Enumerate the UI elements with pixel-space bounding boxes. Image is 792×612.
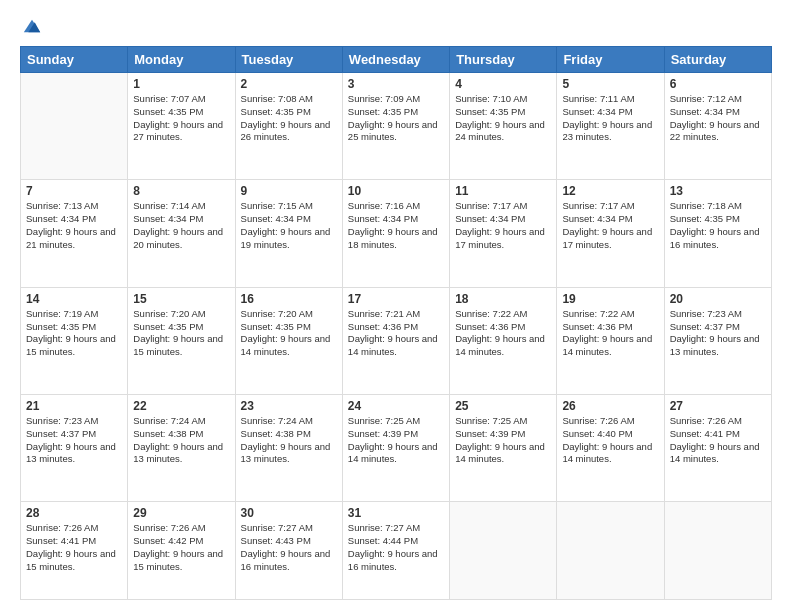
day-cell: 27 Sunrise: 7:26 AMSunset: 4:41 PMDaylig… [664,395,771,502]
col-header-tuesday: Tuesday [235,47,342,73]
day-info: Sunrise: 7:11 AMSunset: 4:34 PMDaylight:… [562,93,658,144]
day-number: 8 [133,184,229,198]
calendar-header-row: SundayMondayTuesdayWednesdayThursdayFrid… [21,47,772,73]
day-number: 18 [455,292,551,306]
day-cell: 26 Sunrise: 7:26 AMSunset: 4:40 PMDaylig… [557,395,664,502]
day-cell: 14 Sunrise: 7:19 AMSunset: 4:35 PMDaylig… [21,287,128,394]
day-info: Sunrise: 7:19 AMSunset: 4:35 PMDaylight:… [26,308,122,359]
day-info: Sunrise: 7:26 AMSunset: 4:42 PMDaylight:… [133,522,229,573]
day-number: 3 [348,77,444,91]
day-number: 24 [348,399,444,413]
day-info: Sunrise: 7:15 AMSunset: 4:34 PMDaylight:… [241,200,337,251]
day-info: Sunrise: 7:26 AMSunset: 4:41 PMDaylight:… [670,415,766,466]
day-number: 9 [241,184,337,198]
col-header-friday: Friday [557,47,664,73]
day-cell [450,502,557,600]
day-cell: 20 Sunrise: 7:23 AMSunset: 4:37 PMDaylig… [664,287,771,394]
day-info: Sunrise: 7:24 AMSunset: 4:38 PMDaylight:… [133,415,229,466]
day-number: 14 [26,292,122,306]
col-header-sunday: Sunday [21,47,128,73]
day-number: 23 [241,399,337,413]
day-info: Sunrise: 7:09 AMSunset: 4:35 PMDaylight:… [348,93,444,144]
day-cell: 13 Sunrise: 7:18 AMSunset: 4:35 PMDaylig… [664,180,771,287]
day-cell: 21 Sunrise: 7:23 AMSunset: 4:37 PMDaylig… [21,395,128,502]
day-info: Sunrise: 7:22 AMSunset: 4:36 PMDaylight:… [455,308,551,359]
day-info: Sunrise: 7:08 AMSunset: 4:35 PMDaylight:… [241,93,337,144]
day-cell: 5 Sunrise: 7:11 AMSunset: 4:34 PMDayligh… [557,73,664,180]
day-info: Sunrise: 7:18 AMSunset: 4:35 PMDaylight:… [670,200,766,251]
day-number: 12 [562,184,658,198]
day-info: Sunrise: 7:07 AMSunset: 4:35 PMDaylight:… [133,93,229,144]
day-number: 28 [26,506,122,520]
day-number: 10 [348,184,444,198]
day-cell [557,502,664,600]
day-number: 29 [133,506,229,520]
day-info: Sunrise: 7:27 AMSunset: 4:44 PMDaylight:… [348,522,444,573]
day-cell: 12 Sunrise: 7:17 AMSunset: 4:34 PMDaylig… [557,180,664,287]
day-number: 11 [455,184,551,198]
day-info: Sunrise: 7:25 AMSunset: 4:39 PMDaylight:… [348,415,444,466]
day-number: 25 [455,399,551,413]
day-info: Sunrise: 7:16 AMSunset: 4:34 PMDaylight:… [348,200,444,251]
header [20,16,772,36]
day-cell: 24 Sunrise: 7:25 AMSunset: 4:39 PMDaylig… [342,395,449,502]
day-cell [664,502,771,600]
day-cell: 30 Sunrise: 7:27 AMSunset: 4:43 PMDaylig… [235,502,342,600]
logo-icon [22,16,42,36]
day-cell: 17 Sunrise: 7:21 AMSunset: 4:36 PMDaylig… [342,287,449,394]
day-info: Sunrise: 7:27 AMSunset: 4:43 PMDaylight:… [241,522,337,573]
day-cell: 22 Sunrise: 7:24 AMSunset: 4:38 PMDaylig… [128,395,235,502]
day-cell: 7 Sunrise: 7:13 AMSunset: 4:34 PMDayligh… [21,180,128,287]
day-number: 16 [241,292,337,306]
day-number: 22 [133,399,229,413]
day-number: 7 [26,184,122,198]
day-cell: 25 Sunrise: 7:25 AMSunset: 4:39 PMDaylig… [450,395,557,502]
day-info: Sunrise: 7:12 AMSunset: 4:34 PMDaylight:… [670,93,766,144]
day-info: Sunrise: 7:26 AMSunset: 4:41 PMDaylight:… [26,522,122,573]
day-number: 15 [133,292,229,306]
day-cell: 23 Sunrise: 7:24 AMSunset: 4:38 PMDaylig… [235,395,342,502]
day-cell: 6 Sunrise: 7:12 AMSunset: 4:34 PMDayligh… [664,73,771,180]
week-row-1: 1 Sunrise: 7:07 AMSunset: 4:35 PMDayligh… [21,73,772,180]
day-cell: 8 Sunrise: 7:14 AMSunset: 4:34 PMDayligh… [128,180,235,287]
day-cell: 3 Sunrise: 7:09 AMSunset: 4:35 PMDayligh… [342,73,449,180]
day-info: Sunrise: 7:25 AMSunset: 4:39 PMDaylight:… [455,415,551,466]
day-number: 1 [133,77,229,91]
col-header-wednesday: Wednesday [342,47,449,73]
day-cell: 31 Sunrise: 7:27 AMSunset: 4:44 PMDaylig… [342,502,449,600]
day-info: Sunrise: 7:17 AMSunset: 4:34 PMDaylight:… [455,200,551,251]
day-info: Sunrise: 7:21 AMSunset: 4:36 PMDaylight:… [348,308,444,359]
day-info: Sunrise: 7:13 AMSunset: 4:34 PMDaylight:… [26,200,122,251]
day-info: Sunrise: 7:23 AMSunset: 4:37 PMDaylight:… [26,415,122,466]
day-info: Sunrise: 7:23 AMSunset: 4:37 PMDaylight:… [670,308,766,359]
day-cell: 4 Sunrise: 7:10 AMSunset: 4:35 PMDayligh… [450,73,557,180]
day-cell: 18 Sunrise: 7:22 AMSunset: 4:36 PMDaylig… [450,287,557,394]
day-number: 21 [26,399,122,413]
day-number: 13 [670,184,766,198]
day-info: Sunrise: 7:10 AMSunset: 4:35 PMDaylight:… [455,93,551,144]
day-info: Sunrise: 7:17 AMSunset: 4:34 PMDaylight:… [562,200,658,251]
day-cell: 16 Sunrise: 7:20 AMSunset: 4:35 PMDaylig… [235,287,342,394]
day-number: 5 [562,77,658,91]
col-header-monday: Monday [128,47,235,73]
day-number: 6 [670,77,766,91]
day-cell: 11 Sunrise: 7:17 AMSunset: 4:34 PMDaylig… [450,180,557,287]
week-row-5: 28 Sunrise: 7:26 AMSunset: 4:41 PMDaylig… [21,502,772,600]
day-number: 27 [670,399,766,413]
day-info: Sunrise: 7:24 AMSunset: 4:38 PMDaylight:… [241,415,337,466]
day-cell: 29 Sunrise: 7:26 AMSunset: 4:42 PMDaylig… [128,502,235,600]
calendar-table: SundayMondayTuesdayWednesdayThursdayFrid… [20,46,772,600]
day-number: 31 [348,506,444,520]
day-number: 17 [348,292,444,306]
page: SundayMondayTuesdayWednesdayThursdayFrid… [0,0,792,612]
col-header-thursday: Thursday [450,47,557,73]
day-number: 19 [562,292,658,306]
day-cell [21,73,128,180]
day-info: Sunrise: 7:14 AMSunset: 4:34 PMDaylight:… [133,200,229,251]
day-number: 4 [455,77,551,91]
logo [20,16,44,36]
day-cell: 2 Sunrise: 7:08 AMSunset: 4:35 PMDayligh… [235,73,342,180]
day-info: Sunrise: 7:20 AMSunset: 4:35 PMDaylight:… [241,308,337,359]
day-info: Sunrise: 7:22 AMSunset: 4:36 PMDaylight:… [562,308,658,359]
day-number: 30 [241,506,337,520]
